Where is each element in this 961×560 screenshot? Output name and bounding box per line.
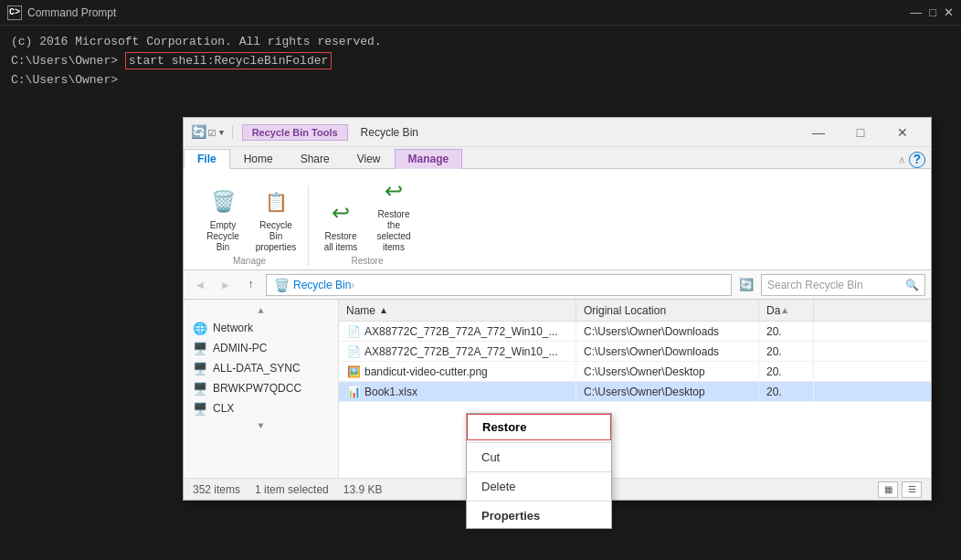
forward-btn[interactable]: ▶ — [215, 274, 237, 296]
restore-selected-label: Restore theselected items — [371, 209, 417, 253]
ctx-item-properties[interactable]: Properties — [467, 503, 611, 528]
explorer-title: Recycle Bin — [361, 126, 797, 139]
file-date-0: 20. — [759, 322, 814, 341]
address-path[interactable]: 🗑️ Recycle Bin › — [266, 274, 732, 296]
context-menu: Restore Cut Delete Properties — [466, 413, 612, 529]
cmd-minimize[interactable]: — — [910, 5, 922, 19]
cmd-maximize[interactable]: □ — [929, 5, 936, 19]
ribbon-restore-items: ↩ Restoreall items ↩ Restore theselected… — [318, 174, 417, 253]
table-row[interactable]: 📄 AX88772C_772B_772A_772_Win10_... C:\Us… — [339, 322, 931, 342]
cmd-close[interactable]: ✕ — [944, 5, 954, 19]
file-name-1: 📄 AX88772C_772B_772A_772_Win10_... — [339, 342, 576, 361]
ctx-divider-3 — [467, 501, 611, 502]
quick-access-icon1[interactable]: 🔄 — [191, 124, 206, 140]
file-loc-1: C:\Users\Owner\Downloads — [576, 342, 759, 361]
search-placeholder: Search Recycle Bin — [767, 279, 905, 291]
path-separator: Recycle Bin — [293, 279, 351, 291]
ribbon-group-manage: 🗑️ EmptyRecycle Bin 📋 Recycle Binpropert… — [191, 185, 309, 266]
ribbon-group-restore: ↩ Restoreall items ↩ Restore theselected… — [309, 174, 426, 266]
view-list-btn[interactable]: ☰ — [902, 481, 922, 498]
up-btn[interactable]: ↑ — [240, 274, 262, 296]
file-date-2: 20. — [759, 362, 814, 381]
file-loc-3: C:\Users\Owner\Desktop — [576, 382, 759, 401]
explorer-titlebar: 🔄 ☑ ▾ | Recycle Bin Tools Recycle Bin — … — [184, 118, 931, 147]
ribbon-expand-icon[interactable]: ∧ — [899, 153, 905, 167]
alldata-icon: 🖥️ — [191, 361, 209, 375]
ribbon-btn-restore-all[interactable]: ↩ Restoreall items — [318, 196, 364, 253]
view-details-btn[interactable]: ▦ — [878, 481, 898, 498]
tab-manage[interactable]: Manage — [395, 149, 463, 169]
col-header-name[interactable]: Name ▲ — [339, 300, 576, 321]
explorer-maximize[interactable]: □ — [840, 118, 882, 147]
properties-icon: 📋 — [259, 185, 292, 218]
recycle-bin-icon-addr: 🗑️ — [274, 278, 290, 292]
tab-share[interactable]: Share — [287, 148, 343, 168]
file-list-header: Name ▲ Original Location Da ▲ — [339, 300, 931, 322]
table-row[interactable]: 📊 Book1.xlsx C:\Users\Owner\Desktop 20. — [339, 382, 931, 402]
tab-view[interactable]: View — [343, 148, 395, 168]
selected-size: 13.9 KB — [343, 483, 383, 496]
ribbon-btn-empty[interactable]: 🗑️ EmptyRecycle Bin — [200, 185, 246, 253]
search-box[interactable]: Search Recycle Bin 🔍 — [761, 274, 925, 296]
ctx-item-delete[interactable]: Delete — [467, 474, 611, 499]
ctx-item-restore[interactable]: Restore — [467, 414, 611, 440]
file-date-3: 20. — [759, 382, 814, 401]
cmd-title: Command Prompt — [27, 6, 910, 19]
sidebar-brwk-label: BRWKPW7QDCC — [213, 382, 301, 395]
quick-access-icon2[interactable]: ☑ — [208, 124, 216, 140]
empty-recycle-icon: 🗑️ — [206, 185, 239, 218]
ribbon-context-tab-title[interactable]: Recycle Bin Tools — [242, 124, 348, 141]
sidebar-item-network[interactable]: 🌐 Network — [184, 318, 338, 338]
ribbon-tab-bar: File Home Share View Manage ∧ ? — [184, 147, 931, 169]
file-icon-1: 📄 — [346, 344, 361, 359]
file-icon-3: 📊 — [346, 385, 361, 399]
search-icon[interactable]: 🔍 — [905, 279, 919, 291]
ribbon-manage-items: 🗑️ EmptyRecycle Bin 📋 Recycle Binpropert… — [200, 185, 299, 253]
restore-group-label: Restore — [351, 256, 383, 266]
separator: | — [228, 125, 236, 140]
back-btn[interactable]: ◀ — [189, 274, 211, 296]
sidebar-scroll-up[interactable]: ▲ — [184, 303, 338, 318]
sidebar-alldata-label: ALL-DATA_SYNC — [213, 362, 301, 375]
cmd-titlebar: C> Command Prompt — □ ✕ — [0, 0, 961, 26]
ctx-item-cut[interactable]: Cut — [467, 445, 611, 470]
quick-access-dropdown[interactable]: ▾ — [217, 125, 225, 140]
item-count: 352 items — [193, 483, 240, 496]
col-header-date[interactable]: Da ▲ — [759, 300, 814, 321]
file-list: Name ▲ Original Location Da ▲ 📄 AX88772C… — [339, 300, 931, 478]
col-header-location[interactable]: Original Location — [576, 300, 759, 321]
sidebar-item-alldata[interactable]: 🖥️ ALL-DATA_SYNC — [184, 358, 338, 378]
sidebar-item-admin[interactable]: 🖥️ ADMIN-PC — [184, 338, 338, 358]
restore-all-label: Restoreall items — [324, 231, 358, 253]
admin-icon: 🖥️ — [191, 341, 209, 355]
col-date-more: ▲ — [780, 305, 789, 315]
cmd-line1: (c) 2016 Microsoft Corporation. All righ… — [11, 33, 950, 52]
help-icon[interactable]: ? — [909, 152, 925, 168]
file-loc-2: C:\Users\Owner\Desktop — [576, 362, 759, 381]
restore-all-icon: ↩ — [324, 196, 357, 229]
cmd-line2: C:\Users\Owner> start shell:RecycleBinFo… — [11, 52, 950, 71]
explorer-close[interactable]: ✕ — [882, 118, 924, 147]
file-icon-2: 🖼️ — [346, 365, 361, 379]
tab-home[interactable]: Home — [230, 148, 287, 168]
tab-file[interactable]: File — [184, 149, 230, 169]
address-bar: ◀ ▶ ↑ 🗑️ Recycle Bin › 🔄 Search Recycle … — [184, 270, 931, 300]
sidebar-admin-label: ADMIN-PC — [213, 342, 267, 354]
sidebar: ▲ 🌐 Network 🖥️ ADMIN-PC 🖥️ ALL-DATA_SYNC… — [184, 300, 339, 478]
sidebar-item-brwk[interactable]: 🖥️ BRWKPW7QDCC — [184, 378, 338, 398]
file-list-body: 📄 AX88772C_772B_772A_772_Win10_... C:\Us… — [339, 322, 931, 478]
sidebar-item-clx[interactable]: 🖥️ CLX — [184, 398, 338, 418]
cmd-icon: C> — [7, 5, 22, 20]
file-date-1: 20. — [759, 342, 814, 361]
ribbon-btn-properties[interactable]: 📋 Recycle Binproperties — [253, 185, 299, 253]
table-row[interactable]: 📄 AX88772C_772B_772A_772_Win10_... C:\Us… — [339, 342, 931, 362]
cmd-content: (c) 2016 Microsoft Corporation. All righ… — [0, 26, 961, 97]
explorer-minimize[interactable]: — — [797, 118, 840, 147]
ribbon-btn-restore-selected[interactable]: ↩ Restore theselected items — [371, 174, 417, 253]
ribbon-content: 🗑️ EmptyRecycle Bin 📋 Recycle Binpropert… — [184, 169, 931, 269]
clx-icon: 🖥️ — [191, 401, 209, 416]
table-row[interactable]: 🖼️ bandicut-video-cutter.png C:\Users\Ow… — [339, 362, 931, 382]
sidebar-scroll-down[interactable]: ▼ — [184, 418, 338, 433]
file-name-3: 📊 Book1.xlsx — [339, 382, 576, 401]
refresh-btn[interactable]: 🔄 — [735, 274, 757, 296]
